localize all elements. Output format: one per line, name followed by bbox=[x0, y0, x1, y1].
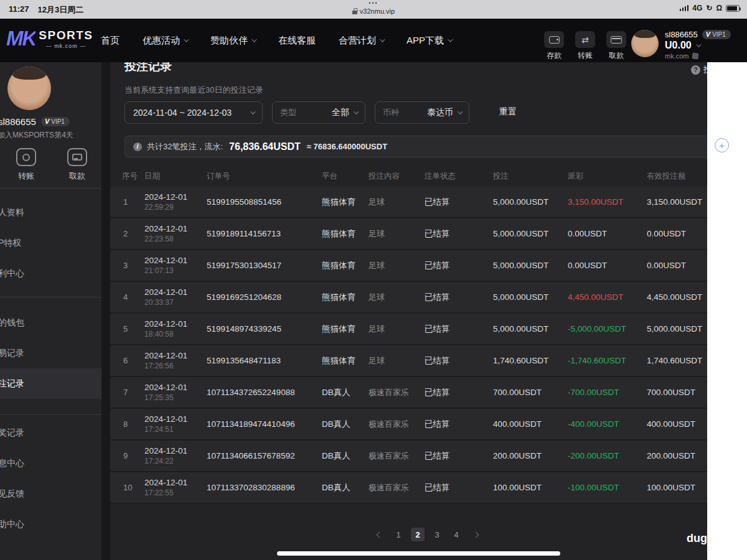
rotation-lock-icon bbox=[706, 4, 712, 12]
summary-prefix: 共计32笔投注，流水: bbox=[147, 141, 223, 152]
chevron-down-icon bbox=[354, 109, 359, 114]
sidebar-item-vip-privileges[interactable]: P特权 bbox=[0, 228, 101, 258]
reset-button[interactable]: 重置 bbox=[499, 106, 517, 118]
chevron-left-icon bbox=[376, 531, 382, 538]
cell-date: 2024-12-01 18:40:58 bbox=[144, 319, 207, 339]
cell-payout: -200.00USDT bbox=[568, 451, 647, 460]
cell-platform: 熊猫体育 bbox=[322, 228, 369, 240]
table-row[interactable]: 4 2024-12-01 20:33:37 5199169251204628 熊… bbox=[110, 282, 707, 314]
watermark: dug bbox=[687, 532, 707, 545]
network-type: 4G bbox=[692, 4, 702, 12]
table-row[interactable]: 5 2024-12-01 18:40:58 5199148974339245 熊… bbox=[110, 314, 707, 345]
tab-overview-icon[interactable]: ••• bbox=[352, 1, 395, 6]
status-date: 12月3日周二 bbox=[38, 4, 84, 16]
cell-seq: 2 bbox=[110, 229, 144, 238]
cell-status: 已结算 bbox=[425, 292, 493, 303]
cell-status: 已结算 bbox=[425, 450, 493, 462]
chevron-down-icon bbox=[448, 37, 453, 42]
chevron-down-icon bbox=[380, 37, 385, 42]
menu-promotions[interactable]: 优惠活动 bbox=[143, 35, 187, 47]
table-row[interactable]: 6 2024-12-01 17:26:56 5199135648471183 熊… bbox=[110, 345, 707, 377]
quick-actions: 存款 转账 取款 bbox=[542, 31, 629, 61]
page-button-3[interactable]: 3 bbox=[430, 528, 444, 541]
table-row[interactable]: 7 2024-12-01 17:25:35 107113437265224908… bbox=[110, 377, 707, 409]
cell-seq: 9 bbox=[110, 451, 144, 460]
cell-seq: 1 bbox=[110, 197, 144, 207]
cell-valid-bet: 100.00USDT bbox=[647, 483, 707, 492]
cell-date: 2024-12-01 17:22:55 bbox=[144, 478, 207, 498]
cell-valid-bet: 4,450.00USDT bbox=[647, 292, 707, 302]
cell-bet-content: 足球 bbox=[369, 228, 425, 240]
table-row[interactable]: 8 2024-12-01 17:24:51 107113418947441049… bbox=[110, 409, 707, 441]
cell-payout: -1,740.60USDT bbox=[568, 356, 647, 365]
chevron-down-icon bbox=[458, 109, 463, 114]
sidebar-item-feedback[interactable]: 见反馈 bbox=[0, 478, 101, 509]
currency-select[interactable]: 币种 泰达币 bbox=[375, 101, 469, 124]
deposit-button[interactable]: 存款 bbox=[542, 31, 566, 61]
transfer-button[interactable]: 转账 bbox=[573, 31, 598, 61]
sidebar-transfer-button[interactable]: 转账 bbox=[5, 148, 47, 182]
sidebar-item-betting-records[interactable]: 注记录 bbox=[0, 368, 101, 399]
cell-seq: 5 bbox=[110, 324, 144, 334]
cell-date: 2024-12-01 17:24:51 bbox=[144, 414, 207, 434]
betting-records-panel: 投注记录 投 当前系统支持查询最近30日的投注记录 2024-11-04 ~ 2… bbox=[110, 62, 707, 560]
site-badge-icon bbox=[692, 52, 698, 59]
menu-app-download[interactable]: APP下载 bbox=[406, 35, 451, 47]
table-row[interactable]: 2 2024-12-01 22:23:58 5199189114156713 熊… bbox=[110, 218, 707, 250]
question-mark-icon bbox=[691, 65, 700, 75]
user-avatar[interactable] bbox=[631, 30, 659, 57]
profile-avatar[interactable] bbox=[7, 67, 51, 110]
table-row[interactable]: 9 2024-12-01 17:24:22 107113406615767859… bbox=[110, 441, 707, 472]
transfer-icon bbox=[22, 154, 30, 161]
page-button-4[interactable]: 4 bbox=[449, 528, 463, 541]
sidebar-item-wallet[interactable]: 的钱包 bbox=[0, 307, 101, 338]
divider bbox=[0, 188, 101, 189]
horizontal-scrollbar[interactable] bbox=[277, 551, 560, 556]
page-button-2-current[interactable]: 2 bbox=[411, 528, 425, 541]
help-button[interactable]: 投 bbox=[691, 64, 707, 75]
cell-bet-amount: 700.00USDT bbox=[493, 388, 568, 397]
sidebar-item-profile[interactable]: 人资料 bbox=[0, 197, 101, 228]
sidebar-item-winning-records[interactable]: 奖记录 bbox=[0, 418, 101, 448]
sidebar-item-transaction-records[interactable]: 易记录 bbox=[0, 338, 101, 368]
cell-seq: 3 bbox=[110, 261, 144, 270]
type-select[interactable]: 类型 全部 bbox=[272, 101, 365, 124]
cell-valid-bet: 400.00USDT bbox=[647, 419, 707, 429]
cell-order-number: 5199169251204628 bbox=[207, 292, 322, 302]
cell-platform: DB真人 bbox=[322, 387, 369, 398]
next-page-button[interactable] bbox=[469, 528, 482, 541]
user-account-area[interactable]: sl886655 VVIP1 U0.00 mk.com bbox=[631, 30, 731, 60]
address-url: v32nmu.vip bbox=[360, 7, 395, 15]
sidebar-withdraw-button[interactable]: 取款 bbox=[56, 148, 98, 182]
withdraw-button[interactable]: 取款 bbox=[604, 31, 629, 61]
date-range-select[interactable]: 2024-11-04 ~ 2024-12-03 bbox=[125, 101, 263, 124]
ssl-lock-icon bbox=[352, 11, 357, 14]
chevron-down-icon bbox=[696, 42, 701, 47]
username: sl886655 bbox=[665, 30, 698, 39]
table-row[interactable]: 1 2024-12-01 22:59:29 5199195508851456 熊… bbox=[110, 187, 707, 218]
cell-bet-content: 极速百家乐 bbox=[369, 419, 425, 430]
cell-bet-amount: 5,000.00USDT bbox=[493, 324, 568, 334]
menu-support[interactable]: 在线客服 bbox=[278, 35, 316, 47]
balance-dropdown[interactable]: U0.00 bbox=[665, 40, 731, 51]
sidebar-item-benefits-center[interactable]: 利中心 bbox=[0, 258, 101, 289]
cell-order-number: 1071134066157678592 bbox=[207, 451, 322, 460]
brand-logo[interactable]: MK SPORTS — mk.com — bbox=[6, 27, 93, 50]
table-row[interactable]: 3 2024-12-01 21:07:13 5199175301304517 熊… bbox=[110, 250, 707, 282]
cell-bet-content: 足球 bbox=[369, 324, 425, 335]
pagination: 1 2 3 4 bbox=[110, 528, 707, 541]
sidebar-item-message-center[interactable]: 息中心 bbox=[0, 448, 101, 478]
sidebar-item-help-center[interactable]: 助中心 bbox=[0, 509, 101, 539]
filters-bar: 2024-11-04 ~ 2024-12-03 类型 全部 币种 泰达币 重置 bbox=[110, 101, 707, 124]
menu-home[interactable]: 首页 bbox=[101, 35, 120, 47]
table-row[interactable]: 10 2024-12-01 17:22:55 10711337028302888… bbox=[110, 472, 707, 504]
joined-days-label: 加入MKSPORTS第4天 bbox=[0, 130, 73, 141]
address-bar[interactable]: v32nmu.vip bbox=[352, 7, 395, 15]
cell-valid-bet: 3,150.00USDT bbox=[647, 197, 707, 207]
menu-affiliate[interactable]: 合营计划 bbox=[339, 35, 383, 47]
page-button-1[interactable]: 1 bbox=[392, 528, 405, 541]
prev-page-button[interactable] bbox=[372, 528, 386, 541]
cell-bet-amount: 5,000.00USDT bbox=[493, 197, 568, 207]
floating-add-button[interactable]: + bbox=[715, 138, 729, 152]
menu-sponsors[interactable]: 赞助伙伴 bbox=[210, 35, 255, 47]
